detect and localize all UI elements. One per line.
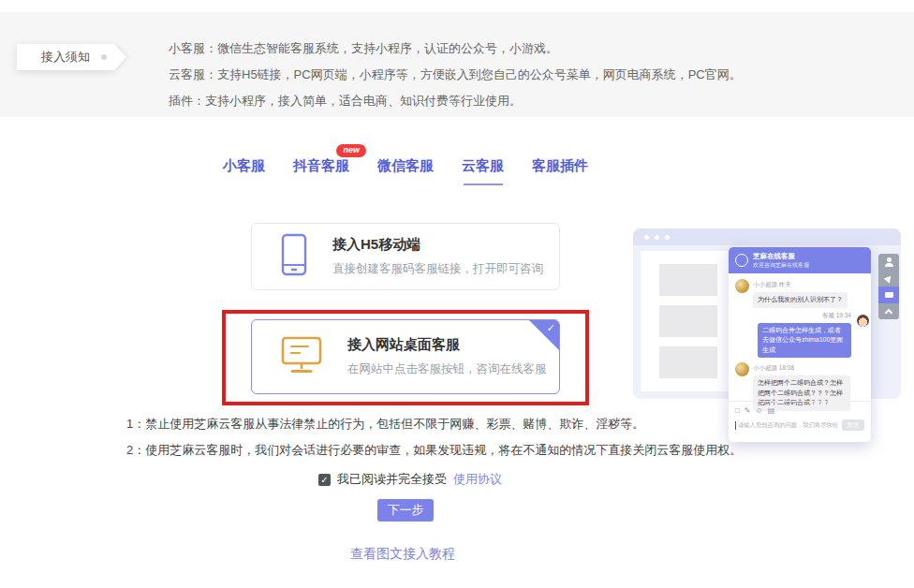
- chat-message-left: 小小超源 昨天 为什么我发的别人识别不了？: [735, 279, 864, 308]
- tab-label: 抖音客服: [293, 157, 349, 173]
- chat-title: 芝麻在线客服: [753, 251, 809, 261]
- message-bubble: 为什么我发的别人识别不了？: [753, 292, 848, 308]
- image-icon: ▤: [768, 406, 775, 415]
- tab-cloud-kefu[interactable]: 云客服: [462, 157, 504, 185]
- window-dot-icon: [665, 235, 670, 240]
- person-icon: [885, 263, 893, 267]
- window-dot-icon: [644, 235, 649, 240]
- agreement-text: 我已阅读并完全接受: [337, 471, 447, 488]
- reply-meta: 客服 19:34: [735, 312, 851, 320]
- share-tool-cell: [878, 271, 899, 287]
- tab-douyin-kefu[interactable]: 抖音客服 new: [293, 157, 349, 185]
- message-time: 18:08: [779, 364, 794, 371]
- browser-titlebar: [633, 228, 901, 245]
- sender-name: 小小超源: [753, 364, 777, 371]
- message-tool-cell: [878, 287, 899, 303]
- option-card-website-desktop[interactable]: 接入网站桌面客服 在网站中点击客服按钮，咨询在线客服 ✓: [251, 319, 560, 394]
- site-content-panel: [641, 251, 736, 391]
- notice-ribbon: 接入须知: [17, 44, 114, 70]
- chat-input-row: 请输入您想咨询的问题，我们将尽快给您回复 发送: [735, 419, 864, 431]
- new-badge: new: [336, 144, 366, 157]
- tutorial-link[interactable]: 查看图文接入教程: [350, 546, 455, 563]
- edit-icon: ✎: [744, 406, 751, 415]
- option-card-h5-mobile[interactable]: 接入H5移动端 直接创建客服码客服链接，打开即可咨询: [251, 223, 560, 290]
- reply-label: 客服: [822, 312, 834, 318]
- channel-tabs: 小客服 抖音客服 new 微信客服 云客服 客服插件: [223, 157, 588, 185]
- send-button: 发送: [842, 419, 864, 431]
- message-content: 小小超源 昨天 为什么我发的别人识别不了？: [753, 279, 848, 308]
- chevron-up-icon: [885, 309, 892, 316]
- card-texts: 接入H5移动端 直接创建客服码客服链接，打开即可咨询: [332, 236, 543, 277]
- window-dot-icon: [655, 235, 659, 240]
- card-title: 接入网站桌面客服: [347, 336, 547, 354]
- placeholder-block: [659, 346, 717, 378]
- collapse-tool-cell: [878, 303, 899, 320]
- notice-line: 云客服：支持H5链接，PC网页端，小程序等，方便嵌入到您自己的公众号菜单，网页电…: [169, 62, 742, 88]
- page: 接入须知 小客服：微信生态智能客服系统，支持小程序，认证的公众号，小游戏。 云客…: [0, 0, 914, 588]
- chat-header-texts: 芝麻在线客服 欢迎咨询芝麻在线客服: [753, 251, 809, 270]
- user-avatar: [735, 279, 749, 293]
- phone-icon: [280, 233, 308, 280]
- notice-line: 小客服：微信生态智能客服系统，支持小程序，认证的公众号，小游戏。: [169, 36, 742, 62]
- agreement-checkbox[interactable]: ✓: [318, 474, 331, 486]
- card-texts: 接入网站桌面客服 在网站中点击客服按钮，咨询在线客服: [347, 336, 547, 377]
- check-icon: ✓: [547, 322, 555, 334]
- reply-time: 19:34: [836, 312, 851, 318]
- placeholder-block: [659, 264, 717, 296]
- card-title: 接入H5移动端: [332, 236, 543, 254]
- message-icon: [885, 292, 893, 298]
- chat-subtitle: 欢迎咨询芝麻在线客服: [753, 261, 809, 270]
- message-meta: 小小超源 18:08: [753, 364, 850, 373]
- notice-lines: 小客服：微信生态智能客服系统，支持小程序，认证的公众号，小游戏。 云客服：支持H…: [169, 36, 742, 114]
- next-step-button[interactable]: 下一步: [377, 499, 434, 522]
- preview-chat-widget: 芝麻在线客服 欢迎咨询芝麻在线客服 小小超源 昨天 为什么我发的别人识别不了？ …: [729, 247, 871, 442]
- notice-ribbon-label: 接入须知: [41, 49, 90, 66]
- terms-link[interactable]: 使用协议: [453, 471, 502, 488]
- message-time: 昨天: [779, 281, 791, 287]
- preview-side-toolbar: [878, 254, 899, 319]
- notice-line: 插件：支持小程序，接入简单，适合电商、知识付费等行业使用。: [169, 88, 742, 114]
- chat-body: 小小超源 昨天 为什么我发的别人识别不了？ 客服 19:34 二维码合并怎样生成…: [729, 273, 871, 411]
- rule-note: 1：禁止使用芝麻云客服从事法律禁止的行为，包括但不限于网赚、彩票、赌博、欺诈、淫…: [126, 416, 644, 433]
- agreement-row: ✓ 我已阅读并完全接受 使用协议: [318, 471, 502, 488]
- notice-band: 接入须知 小客服：微信生态智能客服系统，支持小程序，认证的公众号，小游戏。 云客…: [0, 12, 914, 117]
- ribbon-arrow-icon: [114, 44, 126, 70]
- chat-logo-icon: [735, 254, 748, 267]
- chat-header: 芝麻在线客服 欢迎咨询芝麻在线客服: [729, 247, 871, 273]
- card-subtitle: 直接创建客服码客服链接，打开即可咨询: [332, 261, 543, 277]
- chat-input-area: □ ✎ ☺ ▤ 请输入您想咨询的问题，我们将尽快给您回复 发送: [729, 401, 871, 442]
- sender-name: 小小超源: [753, 281, 777, 287]
- card-subtitle: 在网站中点击客服按钮，咨询在线客服: [347, 361, 547, 377]
- emoji-icon: ☺: [756, 406, 763, 415]
- tab-wechat-kefu[interactable]: 微信客服: [377, 157, 434, 185]
- tab-mini-kefu[interactable]: 小客服: [223, 157, 265, 185]
- user-avatar: [735, 362, 749, 376]
- paper-plane-icon: [884, 273, 894, 284]
- folder-icon: □: [735, 406, 740, 415]
- rule-note: 2：使用芝麻云客服时，我们对会话进行必要的审查，如果发现违规，将在不通知的情况下…: [126, 442, 742, 459]
- agent-avatar: [857, 315, 869, 327]
- agent-tool-cell: [878, 254, 899, 271]
- ribbon-dot-icon: [101, 54, 107, 60]
- person-icon: [887, 257, 892, 262]
- chat-input-placeholder: 请输入您想咨询的问题，我们将尽快给您回复: [735, 421, 838, 430]
- monitor-icon: [280, 335, 323, 378]
- placeholder-block: [659, 305, 717, 337]
- chat-toolbar-icons: □ ✎ ☺ ▤: [735, 406, 864, 415]
- agent-reply-bubble: 二维码合并怎样生成，或者去微信公众号zhima100里面生成: [758, 323, 851, 359]
- message-meta: 小小超源 昨天: [753, 281, 848, 289]
- tab-kefu-plugin[interactable]: 客服插件: [532, 157, 588, 185]
